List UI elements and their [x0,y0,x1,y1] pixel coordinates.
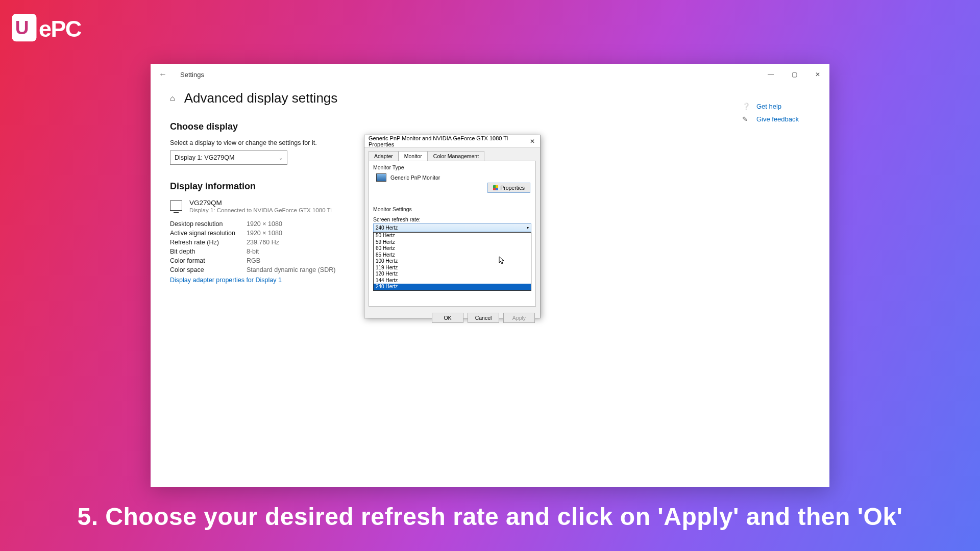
refresh-rate-dropdown-list[interactable]: 50 Hertz 59 Hertz 60 Hertz 85 Hertz 100 … [373,232,531,291]
page-title: Advanced display settings [184,90,338,106]
refresh-rate-combobox[interactable]: 240 Hertz ▾ [373,223,531,232]
refresh-option[interactable]: 60 Hertz [374,245,531,252]
info-label: Color format [170,257,247,264]
svg-text:U: U [15,17,29,38]
tab-color-management[interactable]: Color Management [428,151,484,161]
tab-adapter[interactable]: Adapter [369,151,399,161]
refresh-option[interactable]: 85 Hertz [374,252,531,259]
info-label: Desktop resolution [170,220,247,228]
home-icon[interactable]: ⌂ [170,94,175,103]
refresh-option-selected[interactable]: 240 Hertz [374,284,531,290]
dialog-titlebar: Generic PnP Monitor and NVIDIA GeForce G… [364,135,540,147]
refresh-option[interactable]: 119 Hertz [374,265,531,271]
maximize-button[interactable]: ▢ [782,64,806,85]
refresh-option[interactable]: 50 Hertz [374,233,531,239]
uac-shield-icon [493,185,498,190]
tab-monitor[interactable]: Monitor [399,151,428,161]
display-select-dropdown[interactable]: Display 1: VG279QM ⌄ [170,151,287,165]
chevron-down-icon: ▾ [527,226,529,230]
wepc-logo: U ePC [11,9,98,50]
choose-display-heading: Choose display [170,121,810,132]
instruction-caption: 5. Choose your desired refresh rate and … [0,503,980,531]
titlebar: ← Settings — ▢ ✕ [151,64,829,85]
refresh-rate-label: Screen refresh rate: [373,216,531,222]
cancel-button[interactable]: Cancel [468,313,499,323]
window-title: Settings [180,71,204,79]
chevron-down-icon: ⌄ [279,155,283,161]
refresh-rate-value: 240 Hertz [376,225,398,231]
refresh-option[interactable]: 100 Hertz [374,258,531,265]
display-model: VG279QM [189,199,332,207]
dialog-title: Generic PnP Monitor and NVIDIA GeForce G… [369,135,528,147]
monitor-settings-label: Monitor Settings [373,206,531,212]
monitor-type-name: Generic PnP Monitor [390,174,440,181]
monitor-properties-dialog: Generic PnP Monitor and NVIDIA GeForce G… [364,135,541,318]
info-label: Refresh rate (Hz) [170,239,247,246]
monitor-type-label: Monitor Type [373,164,531,170]
monitor-properties-button[interactable]: Properties [487,183,530,193]
refresh-option[interactable]: 120 Hertz [374,271,531,278]
help-icon: ❔ [742,103,750,110]
info-label: Active signal resolution [170,230,247,237]
display-connection: Display 1: Connected to NVIDIA GeForce G… [189,207,332,213]
info-label: Bit depth [170,248,247,255]
minimize-button[interactable]: — [759,64,782,85]
dialog-close-button[interactable]: ✕ [528,138,537,145]
refresh-option[interactable]: 144 Hertz [374,278,531,284]
ok-button[interactable]: OK [432,313,463,323]
apply-button[interactable]: Apply [503,313,535,323]
info-label: Color space [170,266,247,273]
monitor-device-icon [376,173,386,182]
monitor-icon [170,201,182,211]
feedback-icon: ✎ [742,115,750,123]
display-select-value: Display 1: VG279QM [175,154,234,161]
close-button[interactable]: ✕ [806,64,829,85]
svg-text:ePC: ePC [39,16,82,41]
refresh-option[interactable]: 59 Hertz [374,239,531,246]
get-help-link[interactable]: ❔ Get help [742,103,799,110]
give-feedback-link[interactable]: ✎ Give feedback [742,115,799,123]
back-button[interactable]: ← [157,68,169,81]
